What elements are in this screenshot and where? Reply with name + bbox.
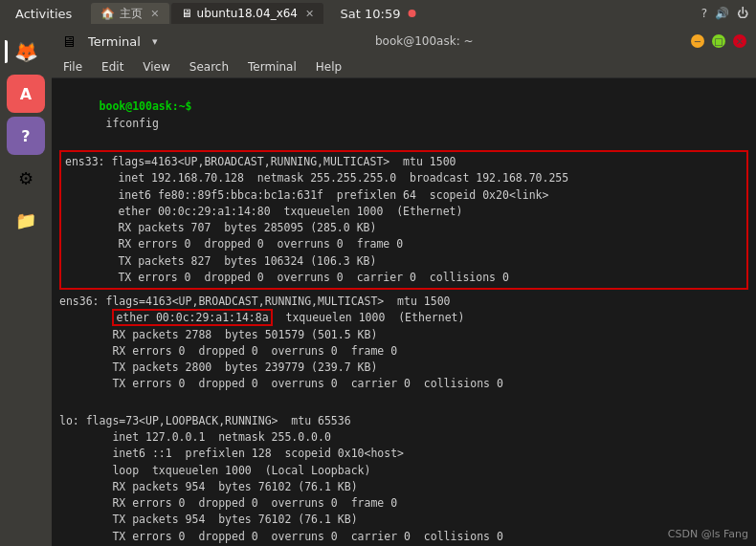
home-icon: 🏠 — [100, 7, 115, 20]
watermark: CSDN @ls Fang — [668, 528, 748, 540]
terminal-titlebar: 🖥 Terminal ▾ book@100ask: ~ − □ ✕ — [52, 27, 756, 55]
menu-view[interactable]: View — [139, 58, 173, 76]
lo-tx1: TX packets 954 bytes 76102 (76.1 KB) — [59, 512, 748, 528]
top-bar: Activities 🏠 主页 ✕ 🖥 ubuntu18.04_x64 ✕ Sa… — [0, 0, 756, 27]
lo-loop: loop txqueuelen 1000 (Local Loopback) — [59, 463, 748, 479]
prompt-line: book@100ask:~$ ifconfig — [59, 82, 748, 148]
ens36-rx1: RX packets 2788 bytes 501579 (501.5 KB) — [59, 327, 748, 343]
tab-home[interactable]: 🏠 主页 ✕ — [91, 3, 168, 24]
lo-header: lo: flags=73<UP,LOOPBACK,RUNNING> mtu 65… — [59, 413, 748, 429]
terminal-tab-icon: 🖥 — [181, 7, 192, 20]
ens33-inet6: inet6 fe80::89f5:bbca:bc1a:631f prefixle… — [65, 187, 743, 204]
ens33-ether: ether 00:0c:29:a1:14:80 txqueuelen 1000 … — [65, 204, 743, 220]
question-icon[interactable]: ? — [701, 7, 707, 20]
maximize-button[interactable]: □ — [712, 34, 725, 48]
close-button[interactable]: ✕ — [733, 34, 746, 48]
lo-rx1: RX packets 954 bytes 76102 (76.1 KB) — [59, 479, 748, 495]
menu-edit[interactable]: Edit — [98, 58, 127, 76]
ens33-header: ens33: flags=4163<UP,BROADCAST,RUNNING,M… — [65, 154, 743, 170]
activities-button[interactable]: Activities — [8, 5, 79, 23]
mac-address-highlight: ether 00:0c:29:a1:14:8a — [112, 309, 272, 326]
terminal-title: Terminal — [88, 34, 141, 49]
recording-dot — [408, 10, 415, 17]
sidebar-icon-help[interactable]: ? — [7, 117, 45, 155]
sidebar: 🦊 A ? ⚙ 📁 — [0, 27, 52, 546]
terminal-icon: 🖥 — [61, 33, 77, 51]
lo-rx2: RX errors 0 dropped 0 overruns 0 frame 0 — [59, 495, 748, 512]
sidebar-icon-font[interactable]: A — [7, 75, 45, 113]
sidebar-icon-settings[interactable]: ⚙ — [7, 159, 45, 197]
ens33-tx1: TX packets 827 bytes 106324 (106.3 KB) — [65, 253, 743, 270]
ens33-rx1: RX packets 707 bytes 285095 (285.0 KB) — [65, 220, 743, 236]
tab-bar: 🏠 主页 ✕ 🖥 ubuntu18.04_x64 ✕ — [91, 3, 323, 24]
ens36-tx2: TX errors 0 dropped 0 overruns 0 carrier… — [59, 376, 748, 392]
ens33-tx2: TX errors 0 dropped 0 overruns 0 carrier… — [65, 270, 743, 286]
tab-ubuntu[interactable]: 🖥 ubuntu18.04_x64 ✕ — [171, 3, 324, 24]
lo-tx2: TX errors 0 dropped 0 overruns 0 carrier… — [59, 529, 748, 545]
window-controls: − □ ✕ — [691, 34, 746, 48]
menu-search[interactable]: Search — [186, 58, 233, 76]
tab-ubuntu-close[interactable]: ✕ — [305, 8, 314, 20]
top-bar-center: Sat 10:59 — [341, 7, 416, 21]
ens36-header: ens36: flags=4163<UP,BROADCAST,RUNNING,M… — [59, 294, 748, 310]
ens36-ether-line: ether 00:0c:29:a1:14:8a txqueuelen 1000 … — [59, 310, 748, 326]
menu-terminal[interactable]: Terminal — [244, 58, 300, 76]
lo-spacer — [59, 397, 748, 413]
sidebar-icon-firefox[interactable]: 🦊 — [7, 33, 45, 71]
menu-help[interactable]: Help — [312, 58, 345, 76]
lo-inet: inet 127.0.0.1 netmask 255.0.0.0 — [59, 429, 748, 446]
clock: Sat 10:59 — [341, 7, 401, 21]
top-bar-right: ? 🔊 ⏻ — [701, 7, 748, 20]
sidebar-icon-files[interactable]: 📁 — [7, 201, 45, 239]
ens36-tx1: TX packets 2800 bytes 239779 (239.7 KB) — [59, 360, 748, 376]
ens36-rx2: RX errors 0 dropped 0 overruns 0 frame 0 — [59, 343, 748, 360]
menu-file[interactable]: File — [59, 58, 86, 76]
ens36-section: ens36: flags=4163<UP,BROADCAST,RUNNING,M… — [59, 294, 748, 393]
menu-bar: File Edit View Search Terminal Help — [52, 55, 756, 78]
ens33-inet: inet 192.168.70.128 netmask 255.255.255.… — [65, 170, 743, 186]
terminal-window: 🖥 Terminal ▾ book@100ask: ~ − □ ✕ File E… — [52, 27, 756, 546]
power-icon[interactable]: ⏻ — [737, 7, 748, 20]
terminal-dropdown-icon[interactable]: ▾ — [152, 35, 158, 48]
titlebar-center-text: book@100ask: ~ — [168, 34, 679, 48]
ens33-block: ens33: flags=4163<UP,BROADCAST,RUNNING,M… — [59, 150, 748, 290]
terminal-content[interactable]: book@100ask:~$ ifconfig ens33: flags=416… — [52, 78, 756, 546]
minimize-button[interactable]: − — [691, 34, 704, 48]
volume-icon[interactable]: 🔊 — [715, 7, 729, 20]
lo-section: lo: flags=73<UP,LOOPBACK,RUNNING> mtu 65… — [59, 413, 748, 545]
ens33-rx2: RX errors 0 dropped 0 overruns 0 frame 0 — [65, 236, 743, 252]
lo-inet6: inet6 ::1 prefixlen 128 scopeid 0x10<hos… — [59, 446, 748, 462]
tab-home-close[interactable]: ✕ — [150, 8, 159, 20]
top-bar-left: Activities 🏠 主页 ✕ 🖥 ubuntu18.04_x64 ✕ — [8, 3, 323, 24]
